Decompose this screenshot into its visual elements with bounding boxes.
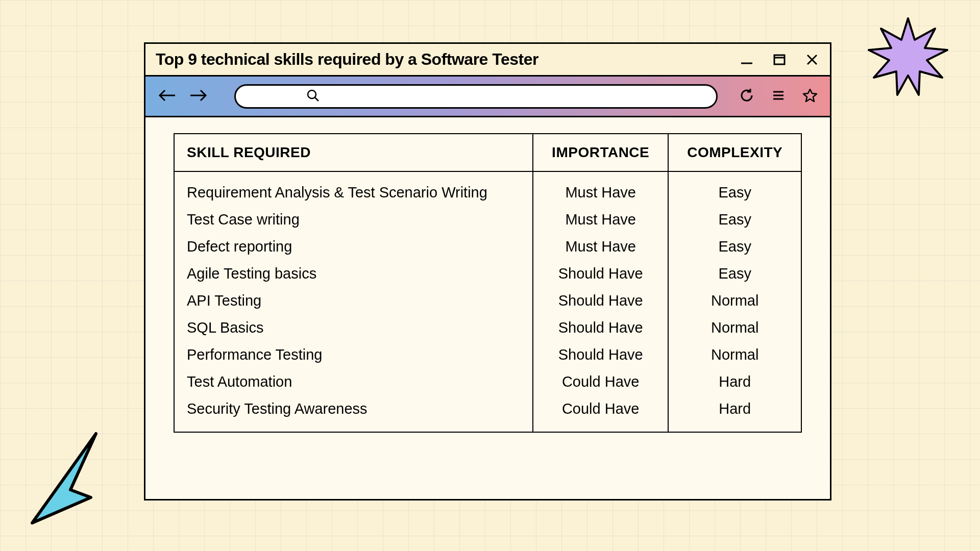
browser-window: Top 9 technical skills required by a Sof… [144,42,831,500]
back-icon[interactable] [158,88,176,105]
table-row: Defect reportingMust HaveEasy [175,233,801,260]
cell-complexity: Normal [669,287,801,314]
table-row: Performance TestingShould HaveNormal [175,341,801,368]
cell-skill: API Testing [175,287,533,314]
svg-marker-0 [869,18,947,95]
table-row: API TestingShould HaveNormal [175,287,801,314]
table-row: Agile Testing basicsShould HaveEasy [175,260,801,287]
cell-skill: Test Case writing [175,206,533,233]
cell-importance: Should Have [533,341,669,368]
svg-rect-3 [774,55,785,64]
window-controls [739,52,820,67]
cell-skill: SQL Basics [175,314,533,341]
svg-point-9 [308,90,316,98]
minimize-icon[interactable] [739,52,754,67]
cell-complexity: Hard [669,368,801,395]
svg-line-10 [315,97,318,101]
cell-complexity: Easy [669,172,801,206]
table-row: Test AutomationCould HaveHard [175,368,801,395]
search-icon [306,89,320,104]
cell-complexity: Easy [669,260,801,287]
cell-skill: Requirement Analysis & Test Scenario Wri… [175,172,533,206]
cell-importance: Should Have [533,287,669,314]
cell-skill: Agile Testing basics [175,260,533,287]
address-input[interactable] [381,90,707,102]
skills-table: SKILL REQUIRED IMPORTANCE COMPLEXITY Req… [174,133,802,433]
table-row: Security Testing AwarenessCould HaveHard [175,395,801,432]
cell-complexity: Easy [669,233,801,260]
window-title: Top 9 technical skills required by a Sof… [156,50,739,69]
maximize-icon[interactable] [772,52,787,67]
starburst-decoration [865,14,951,103]
svg-marker-14 [803,89,817,102]
address-bar[interactable] [234,84,718,109]
table-row: Requirement Analysis & Test Scenario Wri… [175,172,801,206]
star-icon[interactable] [802,88,818,105]
cell-importance: Should Have [533,314,669,341]
cell-complexity: Normal [669,314,801,341]
cell-skill: Performance Testing [175,341,533,368]
cell-complexity: Easy [669,206,801,233]
close-icon[interactable] [804,52,820,67]
header-importance: IMPORTANCE [533,134,669,172]
table-row: SQL BasicsShould HaveNormal [175,314,801,341]
content-area: SKILL REQUIRED IMPORTANCE COMPLEXITY Req… [145,117,830,499]
cursor-decoration [17,423,109,533]
reload-icon[interactable] [739,88,754,105]
cell-complexity: Hard [669,395,801,432]
forward-icon[interactable] [189,88,208,105]
cell-skill: Security Testing Awareness [175,395,533,432]
header-skill: SKILL REQUIRED [175,134,533,172]
cell-skill: Defect reporting [175,233,533,260]
svg-marker-1 [32,434,96,523]
title-bar: Top 9 technical skills required by a Sof… [145,44,830,77]
header-complexity: COMPLEXITY [669,134,801,172]
cell-importance: Could Have [533,368,669,395]
menu-icon[interactable] [771,88,786,105]
browser-toolbar [145,77,830,117]
table-header-row: SKILL REQUIRED IMPORTANCE COMPLEXITY [175,134,801,172]
cell-importance: Must Have [533,206,669,233]
cell-importance: Must Have [533,233,669,260]
cell-importance: Should Have [533,260,669,287]
table-row: Test Case writingMust HaveEasy [175,206,801,233]
cell-skill: Test Automation [175,368,533,395]
cell-importance: Must Have [533,172,669,206]
cell-complexity: Normal [669,341,801,368]
cell-importance: Could Have [533,395,669,432]
